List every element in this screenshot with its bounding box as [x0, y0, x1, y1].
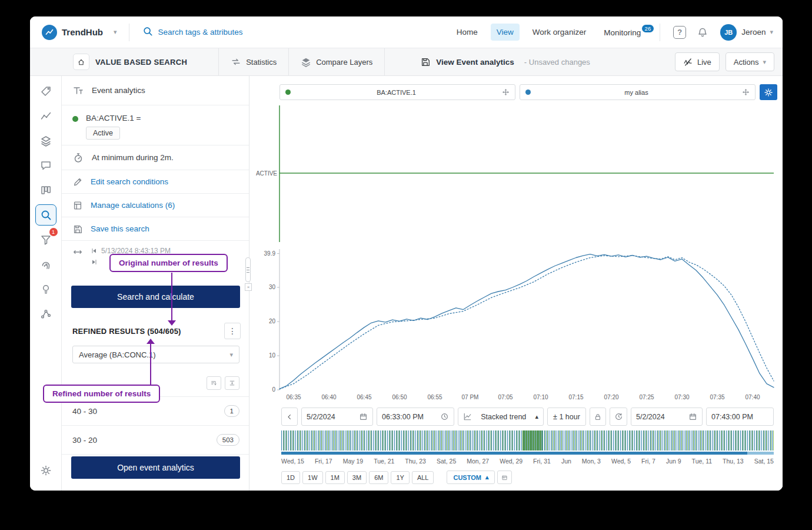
- start-date-input[interactable]: 5/2/2024: [301, 408, 373, 426]
- rail-workflow-button[interactable]: [35, 303, 56, 324]
- edit-conditions-link[interactable]: Edit search conditions: [91, 177, 168, 186]
- unsaved-changes-note: - Unsaved changes: [524, 58, 590, 67]
- panel-resize-handle[interactable]: [245, 257, 251, 282]
- lock-timespan-button[interactable]: [590, 408, 606, 426]
- rail-settings-button[interactable]: [35, 460, 56, 481]
- rail-layers-button[interactable]: [35, 130, 56, 151]
- custom-zoom-button[interactable]: CUSTOM ▴: [447, 471, 495, 484]
- context-bar-preview[interactable]: [281, 430, 774, 450]
- legend-tag-active[interactable]: BA:ACTIVE.1: [279, 84, 515, 100]
- legend-my-alias[interactable]: my alias: [520, 84, 756, 100]
- context-date-label: Mon, 3: [582, 458, 601, 465]
- live-toggle-button[interactable]: Live: [675, 52, 720, 71]
- legend-dot-blue: [525, 90, 531, 95]
- pan-left-button[interactable]: [281, 408, 298, 426]
- bucket-range: 30 - 20: [72, 436, 97, 445]
- manage-calculations-link[interactable]: Manage calculations (6): [91, 201, 175, 210]
- rail-tags-button[interactable]: [35, 81, 56, 102]
- nav-view[interactable]: View: [491, 24, 520, 41]
- end-time-input[interactable]: 07:43:00 PM: [706, 408, 774, 426]
- rail-recommendations-button[interactable]: [35, 279, 56, 300]
- end-date-input[interactable]: 5/2/2024: [631, 408, 703, 426]
- brand-caret-icon[interactable]: ▾: [114, 28, 117, 36]
- collapse-buckets-button[interactable]: [225, 376, 239, 390]
- aggregation-select[interactable]: Average (BA:CONC.1) ▾: [72, 346, 239, 363]
- context-bar[interactable]: [281, 430, 774, 455]
- brand[interactable]: TrendHub: [42, 25, 103, 40]
- zoom-1y-button[interactable]: 1Y: [391, 471, 409, 484]
- manage-calculations-row[interactable]: Manage calculations (6): [62, 194, 249, 217]
- page-title: VALUE BASED SEARCH: [95, 58, 187, 67]
- nav-work-organizer[interactable]: Work organizer: [527, 24, 592, 41]
- rail-filter-button[interactable]: 1: [35, 229, 56, 250]
- context-bar-selection[interactable]: [523, 430, 543, 450]
- context-date-label: Mon, 27: [467, 458, 489, 465]
- zoom-all-button[interactable]: ALL: [412, 471, 434, 484]
- window-span-button[interactable]: ± 1 hour: [547, 408, 586, 426]
- zoom-6m-button[interactable]: 6M: [369, 471, 388, 484]
- zoom-1w-button[interactable]: 1W: [302, 471, 323, 484]
- bucket-row[interactable]: 30 - 20 503: [62, 426, 249, 455]
- section-title: Event analytics: [92, 86, 145, 95]
- svg-text:20: 20: [269, 318, 276, 324]
- sort-descending-button[interactable]: [207, 376, 221, 390]
- refined-results-menu-button[interactable]: ⋮: [224, 323, 241, 339]
- save-search-link[interactable]: Save this search: [91, 224, 149, 233]
- gear-icon: [40, 465, 52, 476]
- zoom-1m-button[interactable]: 1M: [325, 471, 345, 484]
- rail-trend-button[interactable]: [35, 105, 56, 127]
- save-search-row[interactable]: Save this search: [62, 217, 249, 241]
- home-icon: [77, 57, 85, 67]
- stopwatch-icon: [72, 152, 84, 164]
- user-menu-caret-icon[interactable]: ▾: [770, 28, 773, 36]
- brand-name: TrendHub: [62, 27, 103, 37]
- context-scrollbar[interactable]: [281, 452, 774, 455]
- toolbar-tabs: Statistics Compare Layers: [218, 48, 385, 75]
- context-date-label: Jun: [561, 458, 571, 465]
- annotation-arrow-up: [150, 344, 151, 385]
- zoom-3m-button[interactable]: 3M: [347, 471, 367, 484]
- annotation-refined-results: Refined number of results: [43, 385, 160, 403]
- history-button[interactable]: [610, 408, 627, 426]
- edit-conditions-row[interactable]: Edit search conditions: [62, 170, 249, 194]
- condition-row[interactable]: BA:ACTIVE.1 = Active: [62, 105, 249, 145]
- zoom-1d-button[interactable]: 1D: [281, 471, 300, 484]
- svg-text:06:50: 06:50: [392, 394, 407, 400]
- rail-search-button[interactable]: [35, 204, 56, 226]
- result-bucket-list: 40 - 30 1 30 - 20 503: [62, 396, 249, 455]
- svg-text:07:25: 07:25: [639, 394, 654, 400]
- calendar-icon: [359, 412, 368, 421]
- compare-layers-icon: [301, 57, 311, 67]
- help-button[interactable]: ?: [673, 26, 686, 39]
- avatar[interactable]: JB: [720, 24, 737, 41]
- actions-button[interactable]: Actions ▾: [726, 52, 774, 71]
- panel-collapse-button[interactable]: ×: [245, 283, 252, 291]
- global-search-input[interactable]: Search tags & attributes: [142, 26, 243, 38]
- tab-statistics[interactable]: Statistics: [218, 48, 289, 75]
- start-time-input[interactable]: 06:33:00 PM: [377, 408, 454, 426]
- rail-fingerprint-button[interactable]: [35, 254, 56, 275]
- nav-home[interactable]: Home: [451, 24, 484, 41]
- tab-compare-layers[interactable]: Compare Layers: [289, 48, 385, 75]
- duration-row: At minimum during 2m.: [62, 145, 249, 170]
- notifications-button[interactable]: [694, 24, 711, 41]
- trend-chart[interactable]: ACTIVE39.9302010006:3506:4006:4506:5006:…: [256, 101, 777, 407]
- chart-settings-button[interactable]: [760, 84, 777, 100]
- nav-monitoring[interactable]: Monitoring 26: [598, 27, 647, 38]
- condition-expression: BA:ACTIVE.1 =: [86, 114, 141, 122]
- caret-up-icon: ▴: [535, 413, 538, 420]
- rail-comments-button[interactable]: [35, 155, 56, 176]
- comment-icon: [40, 160, 52, 171]
- condition-value-chip: Active: [86, 127, 120, 140]
- scatter-trend-icon: [40, 110, 52, 122]
- context-date-labels: Wed, 15Fri, 17May 19Tue, 21Thu, 23Sat, 2…: [281, 458, 774, 465]
- search-icon: [40, 209, 52, 221]
- open-event-analytics-button[interactable]: Open event analytics: [71, 456, 240, 479]
- search-and-calculate-button[interactable]: Search and calculate: [71, 286, 240, 308]
- icon-rail: 1: [30, 76, 62, 491]
- trend-mode-select[interactable]: Stacked trend ▴: [458, 408, 544, 426]
- move-icon: [742, 88, 750, 96]
- custom-range-button[interactable]: [497, 471, 512, 484]
- home-button[interactable]: [73, 54, 89, 70]
- rail-dashboard-button[interactable]: [35, 180, 56, 201]
